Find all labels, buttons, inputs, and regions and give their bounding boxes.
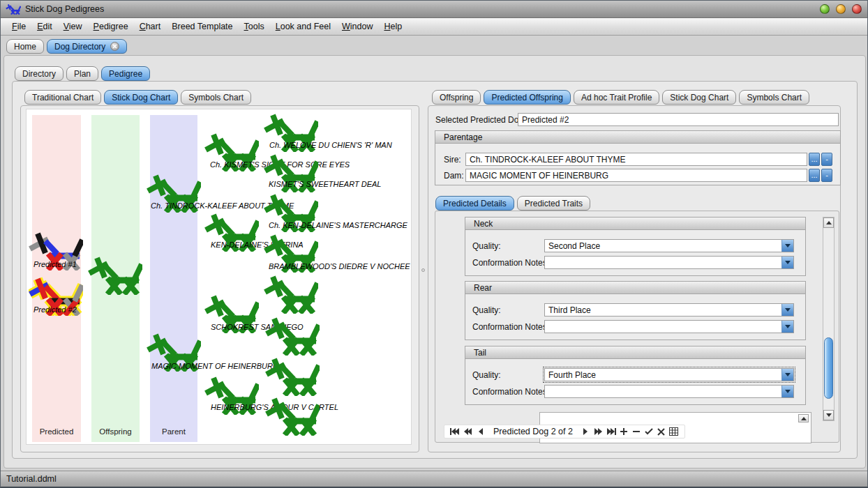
stick-dog-chart-canvas[interactable]: PredictedOffspringParentCh. WELOVE DU CH… — [26, 109, 412, 445]
section-header: Rear — [465, 282, 805, 294]
menu-window[interactable]: Window — [336, 20, 378, 33]
offspring-tab-symbols-chart[interactable]: Symbols Chart — [739, 90, 809, 105]
nav-last-button[interactable] — [605, 426, 618, 437]
stick-dog[interactable] — [264, 273, 318, 314]
detail-tab-predicted-traits[interactable]: Predicted Traits — [517, 196, 590, 211]
dog-tail — [193, 182, 200, 198]
parentage-header: Parentage — [435, 131, 840, 144]
tail-conformation-notes-combo[interactable] — [544, 385, 794, 398]
combo-dropdown-button[interactable] — [781, 257, 793, 268]
sire-field[interactable]: Ch. TINDROCK-KALEEF ABOUT THYME — [465, 153, 807, 166]
scroll-up-button[interactable] — [823, 218, 834, 228]
dog-name-label: BRAMBLEWOOD'S DIEDRE V NOCHEE II — [269, 262, 412, 270]
chart-tab-stick-dog-chart[interactable]: Stick Dog Chart — [104, 90, 178, 105]
view-tab-pedigree[interactable]: Pedigree — [101, 66, 150, 81]
doc-tab-dog-directory[interactable]: Dog Directory — [47, 39, 127, 54]
nav-cancel-button[interactable] — [655, 426, 668, 437]
dam-remove-button[interactable]: - — [821, 169, 832, 182]
chart-tab-symbols-chart[interactable]: Symbols Chart — [181, 90, 251, 105]
menu-edit[interactable]: Edit — [31, 20, 58, 33]
dog-tail — [310, 283, 317, 299]
nav-next-button[interactable] — [580, 426, 592, 437]
nav-remove-button[interactable] — [630, 426, 643, 437]
parentage-group: Parentage Sire: Ch. TINDROCK-KALEEF ABOU… — [435, 130, 841, 185]
menu-tools[interactable]: Tools — [239, 20, 270, 33]
dog-tail — [250, 303, 258, 319]
splitter[interactable] — [420, 107, 427, 451]
dog-tail — [18, 6, 20, 10]
status-bar: Tutorial.ddml — [1, 471, 867, 487]
combo-dropdown-button[interactable] — [781, 369, 793, 381]
menu-look-and-feel[interactable]: Look and Feel — [270, 20, 336, 33]
menu-view[interactable]: View — [58, 20, 88, 33]
title-bar: Stick Dog Pedigrees — [1, 1, 867, 18]
combo-dropdown-button[interactable] — [781, 240, 793, 252]
menu-breed-template[interactable]: Breed Template — [166, 20, 238, 33]
tab-close-icon[interactable] — [110, 42, 119, 51]
predicted-details-panel: NeckQuality:Second PlaceConformation Not… — [435, 211, 839, 443]
minimize-button[interactable] — [820, 4, 830, 14]
scroll-down-button[interactable] — [823, 410, 834, 420]
nav-fast-forward-button[interactable] — [592, 426, 605, 437]
splitter-knob[interactable] — [421, 268, 425, 272]
doc-tab-label: Dog Directory — [54, 42, 105, 52]
menu-file[interactable]: File — [6, 20, 31, 33]
rear-quality-combo[interactable]: Third Place — [544, 303, 794, 317]
combo-dropdown-button[interactable] — [781, 304, 793, 316]
offspring-tab-ad-hoc-trait-profile[interactable]: Ad hoc Trait Profile — [574, 90, 659, 105]
nav-commit-button[interactable] — [643, 426, 655, 437]
stick-dog[interactable] — [88, 254, 142, 295]
section-rear: RearQuality:Third PlaceConformation Note… — [465, 281, 806, 340]
view-tab-directory[interactable]: Directory — [15, 66, 63, 81]
sire-browse-button[interactable]: ... — [809, 153, 820, 166]
selected-predicted-dog-field[interactable]: Predicted #2 — [518, 113, 839, 126]
detail-tab-predicted-details[interactable]: Predicted Details — [435, 196, 514, 211]
detail-tab-label: Predicted Details — [443, 199, 507, 208]
doc-tab-home[interactable]: Home — [6, 39, 44, 54]
offspring-tab-label: Ad hoc Trait Profile — [581, 93, 652, 102]
offspring-tab-offspring[interactable]: Offspring — [432, 90, 481, 105]
rear-conformation-notes-combo[interactable] — [544, 320, 794, 333]
doc-tabs: HomeDog Directory — [6, 39, 130, 54]
offspring-tab-label: Stick Dog Chart — [670, 93, 728, 102]
neck-quality-combo[interactable]: Second Place — [544, 239, 794, 252]
combo-value: Third Place — [545, 304, 781, 316]
dam-browse-button[interactable]: ... — [809, 169, 820, 182]
menu-chart[interactable]: Chart — [134, 20, 167, 33]
chart-tab-traditional-chart[interactable]: Traditional Chart — [24, 90, 101, 105]
nav-rewind-button[interactable] — [461, 426, 474, 437]
scroll-up-button[interactable] — [798, 414, 809, 422]
maximize-button[interactable] — [836, 4, 846, 14]
menu-pedigree[interactable]: Pedigree — [88, 20, 134, 33]
nav-add-button[interactable] — [618, 426, 630, 437]
stick-dog[interactable] — [265, 315, 320, 356]
tail-quality-combo[interactable]: Fourth Place — [544, 368, 794, 381]
combo-dropdown-button[interactable] — [781, 321, 793, 333]
app-window: Stick Dog Pedigrees FileEditViewPedigree… — [0, 0, 868, 488]
nav-previous-button[interactable] — [474, 426, 486, 437]
nav-grid-button[interactable] — [668, 426, 680, 437]
nav-first-button[interactable] — [449, 426, 461, 437]
dam-field[interactable]: MAGIC MOMENT OF HEINERBURG — [465, 169, 807, 182]
combo-dropdown-button[interactable] — [781, 386, 793, 397]
view-tab-plan[interactable]: Plan — [66, 66, 98, 81]
column-label: Offspring — [91, 427, 140, 436]
stick-dog[interactable] — [265, 395, 320, 436]
status-file-label: Tutorial.ddml — [6, 474, 57, 484]
combo-value — [545, 257, 781, 268]
offspring-tab-stick-dog-chart[interactable]: Stick Dog Chart — [662, 90, 736, 105]
offspring-tab-label: Offspring — [440, 93, 473, 102]
dog-tail — [250, 141, 258, 157]
scrollbar-thumb[interactable] — [824, 337, 833, 399]
predicted-dog-label: Predicted #1 — [33, 260, 77, 268]
column-label: Predicted — [32, 427, 81, 436]
menu-help[interactable]: Help — [378, 20, 407, 33]
close-button[interactable] — [852, 4, 862, 14]
form-scrollbar[interactable] — [823, 217, 835, 421]
stick-dog[interactable] — [265, 356, 320, 396]
sire-remove-button[interactable]: - — [821, 153, 832, 166]
dog-tail — [310, 121, 317, 137]
dam-label: Dam: — [444, 171, 464, 181]
offspring-tab-predicted-offspring[interactable]: Predicted Offspring — [484, 90, 571, 105]
neck-conformation-notes-combo[interactable] — [544, 256, 794, 269]
